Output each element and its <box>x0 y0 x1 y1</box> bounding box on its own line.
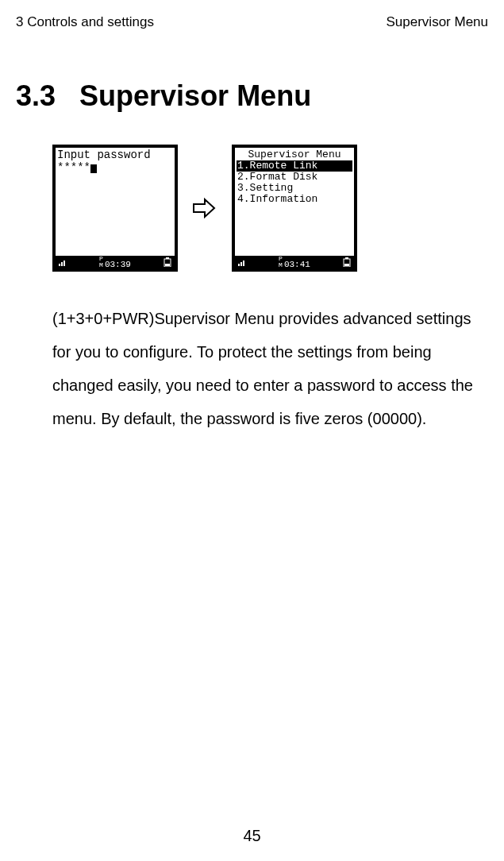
screen-body: Input password ***** <box>56 148 175 256</box>
status-pm: PM <box>279 256 283 268</box>
svg-rect-7 <box>240 262 242 266</box>
header-left: 3 Controls and settings <box>16 14 154 30</box>
svg-rect-6 <box>238 264 240 266</box>
page-number: 45 <box>0 827 504 845</box>
lcd-screen-password: Input password ***** PM03:39 <box>52 145 178 272</box>
header-right: Supervisor Menu <box>386 14 488 30</box>
battery-icon <box>343 257 351 267</box>
lcd-screen-menu: Supervisor Menu 1.Remote Link 2.Format D… <box>232 145 357 272</box>
svg-rect-8 <box>243 261 244 266</box>
screenshot-row: Input password ***** PM03:39 Supervisor … <box>16 145 488 272</box>
svg-rect-5 <box>165 264 170 266</box>
menu-title: Supervisor Menu <box>237 149 352 160</box>
section-name: Supervisor Menu <box>79 79 311 112</box>
signal-icon <box>59 257 67 267</box>
body-paragraph: (1+3+0+PWR)Supervisor Menu provides adva… <box>16 302 488 435</box>
menu-item-setting: 3.Setting <box>237 183 352 194</box>
status-time-container: PM03:39 <box>99 256 131 269</box>
menu-item-information: 4.Information <box>237 194 352 205</box>
svg-rect-0 <box>59 264 60 266</box>
password-prompt: Input password <box>57 149 173 160</box>
menu-item-remote-link: 1.Remote Link <box>237 160 352 172</box>
cursor-icon <box>90 164 97 173</box>
page-header: 3 Controls and settings Supervisor Menu <box>16 14 488 30</box>
signal-icon <box>238 257 246 267</box>
status-time: 03:41 <box>284 260 310 269</box>
screen-body: Supervisor Menu 1.Remote Link 2.Format D… <box>235 148 354 256</box>
status-bar: PM03:39 <box>56 256 175 268</box>
svg-rect-1 <box>61 262 63 266</box>
password-input-line: ***** <box>57 162 173 173</box>
svg-rect-11 <box>344 264 349 266</box>
status-time-container: PM03:41 <box>279 256 310 269</box>
menu-item-format-disk: 2.Format Disk <box>237 172 352 183</box>
section-title: 3.3 Supervisor Menu <box>16 79 488 113</box>
arrow-icon <box>190 197 219 219</box>
status-bar: PM03:41 <box>235 256 354 268</box>
svg-rect-2 <box>63 261 65 266</box>
battery-icon <box>164 257 171 267</box>
password-masked: ***** <box>57 161 90 174</box>
section-number: 3.3 <box>16 79 56 112</box>
status-time: 03:39 <box>105 260 131 269</box>
status-pm: PM <box>99 256 103 268</box>
